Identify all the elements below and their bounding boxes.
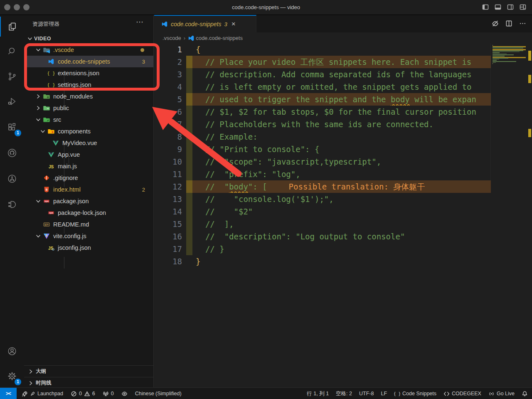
activity-source-control[interactable] [0, 66, 24, 86]
activity-run-debug[interactable] [0, 91, 24, 111]
line-number: 6 [154, 106, 182, 118]
code-line-15[interactable]: 15 // ], [154, 218, 532, 230]
tree-item-label: index.html [53, 186, 81, 193]
status-encoding[interactable]: UTF-8 [359, 391, 374, 397]
overview-ruler [528, 43, 532, 387]
status-language-mode[interactable]: { }Code Snippets [394, 391, 436, 397]
status-eol[interactable]: LF [381, 391, 387, 397]
status-label: LF [381, 391, 387, 397]
activity-bar: 11 [0, 15, 24, 387]
activity-explorer[interactable] [0, 17, 24, 37]
code-line-10[interactable]: 10 // "scope": "javascript,typescript", [154, 155, 532, 168]
tree-item-components[interactable]: components [24, 126, 153, 137]
code-line-17[interactable]: 17 // } [154, 243, 532, 255]
panel-outline[interactable]: 大纲 [24, 365, 153, 377]
gutter-change-bar [186, 180, 192, 193]
tree-item-app-vue[interactable]: App.vue [24, 149, 153, 160]
code-line-3[interactable]: 3 // description. Add comma separated id… [154, 68, 532, 81]
code-line-12[interactable]: 12 // "body": [Possible translation: 身体躯… [154, 180, 532, 193]
status-codegeex[interactable]: CODEGEEX [443, 391, 481, 397]
npm-icon: npm [43, 198, 50, 204]
layout-customize-icon[interactable] [520, 4, 526, 10]
code-line-6[interactable]: 6 // $1, $2 for tab stops, $0 for the fi… [154, 106, 532, 118]
line-content: // } [192, 243, 491, 255]
tree-item-index-html[interactable]: 5index.html2 [24, 184, 153, 195]
status-notifications[interactable] [522, 391, 528, 397]
status-go-live[interactable]: Go Live [488, 391, 515, 397]
tree-item-readme-md[interactable]: MREADME.md [24, 219, 153, 230]
tree-item-package-json[interactable]: npmpackage.json [24, 195, 153, 207]
tab-close-icon[interactable]: × [232, 20, 236, 28]
tree-item-label: main.js [58, 163, 77, 170]
code-line-5[interactable]: 5 // used to trigger the snippet and the… [154, 93, 532, 106]
tree-item-main-js[interactable]: JSmain.js [24, 160, 153, 172]
activity-settings[interactable]: 1 [0, 366, 24, 386]
activity-search[interactable] [0, 42, 24, 62]
code-line-14[interactable]: 14 // "$2" [154, 205, 532, 218]
breadcrumb-separator: › [184, 35, 185, 41]
eye-crossed-icon[interactable] [492, 20, 499, 27]
split-editor-icon[interactable] [505, 20, 512, 27]
code-line-9[interactable]: 9 // "Print to console": { [154, 143, 532, 155]
activity-live-tools[interactable] [0, 195, 24, 214]
tree-item-node-modules[interactable]: node_modules [24, 91, 153, 102]
code-line-11[interactable]: 11 // "prefix": "log", [154, 168, 532, 180]
code-area[interactable]: 1{2 // Place your video 工作区 snippets her… [154, 43, 532, 268]
tree-item-vite-config-js[interactable]: vite.config.js [24, 230, 153, 242]
code-line-18[interactable]: 18} [154, 255, 532, 268]
ellipsis-icon[interactable] [519, 20, 526, 27]
indent-guide [64, 71, 64, 106]
tree-item-package-lock-json[interactable]: npmpackage-lock.json [24, 207, 153, 219]
account-icon [7, 346, 17, 356]
status-display-language[interactable]: Chinese (Simplified) [135, 391, 182, 397]
chevron-spacer [39, 209, 46, 216]
line-content: // Placeholders with the same ids are co… [192, 118, 491, 131]
code-line-13[interactable]: 13 // "console.log('$1');", [154, 193, 532, 205]
code-line-2[interactable]: 2 // Place your video 工作区 snippets here.… [154, 56, 532, 68]
status-cursor-position[interactable]: 行 1, 列 1 [307, 390, 329, 397]
workspace-section-header[interactable]: VIDEO [24, 33, 153, 44]
line-content: // Example: [192, 131, 491, 143]
code-line-4[interactable]: 4 // is left empty or omitted, the snipp… [154, 81, 532, 93]
minimap[interactable] [490, 43, 528, 180]
tree-item-extensions-json[interactable]: { }extensions.json [24, 67, 153, 79]
tree-item-code-code-snippets[interactable]: code.code-snippets3 [24, 56, 153, 67]
tab-code-code-snippets[interactable]: code.code-snippets 3 × [154, 15, 256, 32]
status-ports[interactable]: 0 [103, 391, 114, 397]
activity-extensions[interactable]: 1 [0, 117, 24, 137]
status-launchpad[interactable]: Launchpad [22, 391, 63, 397]
activity-accounts[interactable] [0, 341, 24, 361]
panel-timeline[interactable]: 时间线 [24, 377, 153, 389]
remote-indicator[interactable]: >< [0, 388, 17, 399]
tree-item-src[interactable]: src [24, 114, 153, 126]
tree-item-settings-json[interactable]: { }settings.json [24, 79, 153, 91]
line-content: // Place your video 工作区 snippets here. E… [192, 56, 491, 68]
tree-item--vscode[interactable]: .vscode [24, 44, 153, 56]
code-line-7[interactable]: 7 // Placeholders with the same ids are … [154, 118, 532, 131]
layout-sidebar-right-icon[interactable] [507, 4, 514, 10]
status-problems[interactable]: 06 [71, 391, 95, 397]
tree-item-jsconfig-json[interactable]: JSjsconfig.json [24, 242, 153, 254]
activity-gitlens[interactable] [0, 169, 24, 189]
status-indentation[interactable]: 空格: 2 [336, 390, 352, 397]
breadcrumb-folder[interactable]: .vscode [163, 35, 181, 41]
activity-github[interactable] [0, 143, 24, 163]
breadcrumb-file[interactable]: code.code-snippets [196, 35, 243, 41]
tree-item--gitignore[interactable]: .gitignore [24, 172, 153, 184]
tree-item-label: vite.config.js [53, 233, 86, 239]
json-icon: { } [48, 70, 54, 76]
line-number: 15 [154, 218, 182, 230]
code-line-8[interactable]: 8 // Example: [154, 131, 532, 143]
layout-panel-bottom-icon[interactable] [495, 4, 501, 10]
layout-sidebar-left-icon[interactable] [482, 4, 489, 10]
code-line-16[interactable]: 16 // "description": "Log output to cons… [154, 230, 532, 243]
status-screencast[interactable] [121, 391, 128, 397]
folder-vscode-icon [43, 47, 50, 53]
tree-item-label: public [53, 105, 69, 111]
tree-item-myvideo-vue[interactable]: MyVideo.vue [24, 137, 153, 149]
chevron-spacer [35, 221, 42, 228]
explorer-more-actions-icon[interactable]: ⋯ [136, 17, 144, 27]
tree-item-public[interactable]: public [24, 102, 153, 114]
code-line-1[interactable]: 1{ [154, 43, 532, 56]
svg-text:M: M [44, 223, 47, 226]
